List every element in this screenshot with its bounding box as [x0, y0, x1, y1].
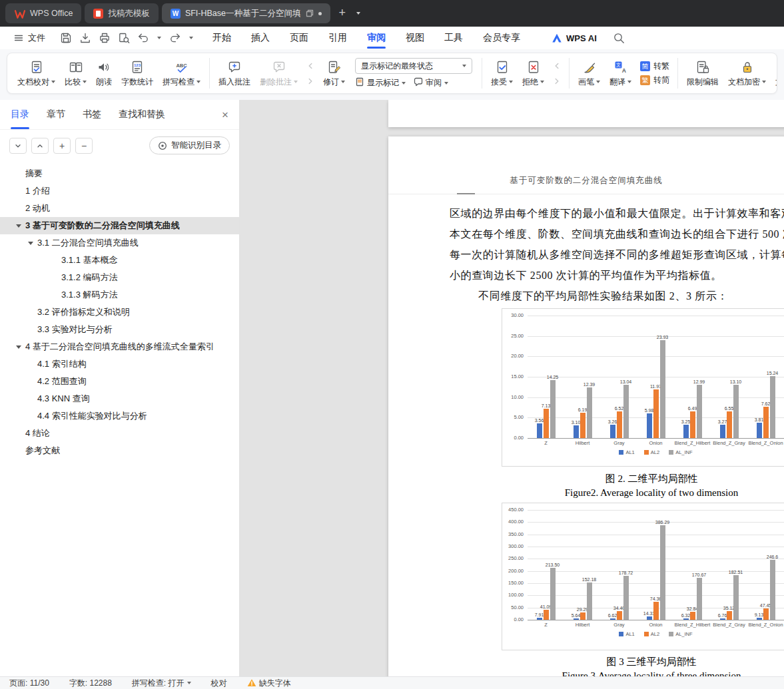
expand-all-button[interactable]	[31, 138, 49, 154]
menu-item-2[interactable]: 页面	[290, 27, 308, 49]
toc-item[interactable]: 摘要	[0, 165, 239, 182]
to-traditional-button[interactable]: 简转繁	[640, 61, 669, 72]
bar-value-label: 182.51	[729, 570, 743, 574]
toc-item[interactable]: 参考文献	[0, 442, 239, 459]
spellcheck-status[interactable]: 拼写检查: 打开	[132, 678, 191, 689]
ribbon-comment-del-button[interactable]: 删除批注	[255, 57, 302, 90]
window-restore-icon[interactable]	[306, 9, 314, 17]
ribbon-speaker-button[interactable]: 朗读	[91, 57, 117, 90]
toc-item[interactable]: 3.3 实验对比与分析	[0, 321, 239, 338]
show-markup-button[interactable]: 显示标记	[355, 77, 406, 89]
proofread-button[interactable]: 校对	[211, 678, 227, 689]
document-canvas[interactable]: 基于可变阶数的二分混合空间填充曲线 区域的边界由每个维度下的最小值和最大值限定。…	[240, 100, 784, 676]
ribbon-compare-button[interactable]: 比较	[60, 57, 91, 90]
menu-item-4[interactable]: 审阅	[367, 27, 386, 49]
wps-ai-button[interactable]: WPS AI	[551, 32, 597, 44]
bar-al_inf: 15.24	[770, 376, 775, 438]
toc-item[interactable]: 4 结论	[0, 425, 239, 442]
word-count-indicator[interactable]: 字数: 12288	[69, 678, 112, 689]
ribbon-reject-button[interactable]: 拒绝	[518, 57, 549, 90]
close-pane-icon[interactable]: ×	[222, 109, 228, 120]
toc-item[interactable]: 4.4 索引性能实验对比与分析	[0, 407, 239, 425]
toc-item[interactable]: 4.1 索引结构	[0, 355, 239, 373]
toc-item-label: 3 基于可变阶数的二分混合空间填充曲线	[25, 220, 180, 232]
sidebar-tab-toc[interactable]: 目录	[11, 100, 29, 129]
toc-item[interactable]: 4.2 范围查询	[0, 373, 239, 390]
menu-item-1[interactable]: 插入	[251, 27, 270, 49]
toc-item[interactable]: 4.3 KNN 查询	[0, 390, 239, 407]
markup-state-dropdown[interactable]: 显示标记的最终状态	[355, 58, 472, 74]
expand-arrow-icon[interactable]	[28, 242, 33, 245]
toc-item[interactable]: 3.1.1 基本概念	[0, 252, 239, 269]
ribbon-doc-permission-button[interactable]: 文档权限	[771, 57, 777, 90]
page-indicator[interactable]: 页面: 11/30	[9, 678, 49, 689]
save-icon[interactable]	[60, 32, 72, 44]
ribbon-spellcheck-button[interactable]: ABC拼写检查	[158, 57, 205, 90]
paragraph-text[interactable]: 区域的边界由每个维度下的最小值和最大值限定。出于计算效率和客观本文在每个维度、阶…	[450, 203, 784, 306]
toc-item[interactable]: 3.2 评价指标定义和说明	[0, 304, 239, 321]
toc-item[interactable]: 4 基于二分混合空间填充曲线的多维流式全量索引	[0, 338, 239, 355]
ribbon-comment-add-button[interactable]: 插入批注	[214, 57, 255, 90]
menu-item-6[interactable]: 工具	[444, 27, 463, 49]
y-axis-label: 300.00	[502, 543, 524, 549]
sidebar-tab-bookmarks[interactable]: 书签	[83, 100, 101, 129]
bar-value-label: 6.76	[718, 613, 727, 618]
menu-item-5[interactable]: 视图	[406, 27, 424, 49]
ribbon-track-changes-button[interactable]: 修订	[318, 57, 350, 90]
menu-item-3[interactable]: 引用	[328, 27, 347, 49]
ribbon-brush-pen-button[interactable]: 画笔	[574, 57, 605, 90]
print-preview-icon[interactable]	[118, 32, 130, 44]
document-page[interactable]: 基于可变阶数的二分混合空间填充曲线 区域的边界由每个维度下的最小值和最大值限定。…	[388, 136, 784, 676]
window-tab-wps-office[interactable]: WPS Office	[5, 3, 81, 23]
to-simplified-button[interactable]: 繁转简	[640, 75, 669, 86]
toc-item[interactable]: 3.1.3 解码方法	[0, 286, 239, 304]
bar-value-label: 5.64	[572, 613, 581, 618]
previous-item-button[interactable]	[304, 60, 317, 72]
smart-toc-button[interactable]: 智能识别目录	[149, 136, 230, 154]
redo-icon[interactable]	[169, 32, 181, 44]
ribbon-word-count-button[interactable]: 123字数统计	[117, 57, 158, 90]
figure2-chart[interactable]: 0.005.0010.0015.0020.0025.0030.003.567.1…	[502, 308, 784, 467]
tab-list-button[interactable]	[352, 12, 365, 15]
expand-arrow-icon[interactable]	[16, 345, 21, 349]
ribbon-accept-button[interactable]: 接受	[486, 57, 518, 90]
file-menu-button[interactable]: 文件	[7, 32, 52, 44]
previous-item-button[interactable]	[550, 60, 564, 72]
review-button[interactable]: 审阅	[414, 77, 448, 89]
undo-caret-icon[interactable]	[157, 37, 161, 39]
sidebar-tab-chapters[interactable]: 章节	[47, 100, 65, 129]
ribbon-restrict-edit-button[interactable]: 限制编辑	[682, 57, 723, 90]
undo-icon[interactable]	[137, 32, 149, 44]
export-icon[interactable]	[79, 32, 91, 44]
bar-group: 3.817.6215.24	[747, 316, 784, 438]
toc-item[interactable]: 2 动机	[0, 200, 239, 217]
figure3-chart[interactable]: 0.0050.00100.00150.00200.00250.00300.003…	[502, 503, 784, 650]
redo-caret-icon[interactable]	[189, 37, 193, 39]
next-item-button[interactable]	[304, 75, 317, 87]
toc-item[interactable]: 1 介绍	[0, 182, 239, 200]
missing-font-warning[interactable]: 缺失字体	[247, 678, 291, 689]
ribbon-doc-encrypt-button[interactable]: 文档加密	[723, 57, 771, 90]
bar-value-label: 6.19	[578, 407, 588, 412]
ribbon-translate-button[interactable]: 文A翻译	[605, 57, 636, 90]
sidebar-tab-find-replace[interactable]: 查找和替换	[119, 100, 165, 129]
toc-item[interactable]: 3.1 二分混合空间填充曲线	[0, 234, 239, 252]
bar-al_inf: 182.51	[733, 575, 739, 620]
toc-item[interactable]: 3.1.2 编码方法	[0, 269, 239, 286]
toc-item-label: 4.3 KNN 查询	[37, 393, 90, 405]
new-tab-button[interactable]: +	[333, 6, 352, 21]
collapse-all-button[interactable]	[9, 138, 27, 154]
window-tab-template-store[interactable]: 找稿壳模板	[85, 3, 159, 23]
menu-item-7[interactable]: 会员专享	[483, 27, 520, 49]
toc-item[interactable]: 3 基于可变阶数的二分混合空间填充曲线	[0, 217, 239, 234]
decrease-level-button[interactable]: −	[75, 138, 93, 154]
expand-arrow-icon[interactable]	[16, 224, 21, 228]
menu-item-0[interactable]: 开始	[212, 27, 231, 49]
increase-level-button[interactable]: +	[53, 138, 71, 154]
bar-al1: 3.27	[720, 425, 725, 438]
next-item-button[interactable]	[550, 75, 564, 87]
window-tab-document[interactable]: WSFI-HBase一种基于二分空间填	[162, 3, 330, 23]
ribbon-doc-proof-button[interactable]: 文档校对	[13, 57, 60, 90]
search-icon[interactable]	[613, 32, 625, 44]
print-icon[interactable]	[99, 32, 111, 44]
